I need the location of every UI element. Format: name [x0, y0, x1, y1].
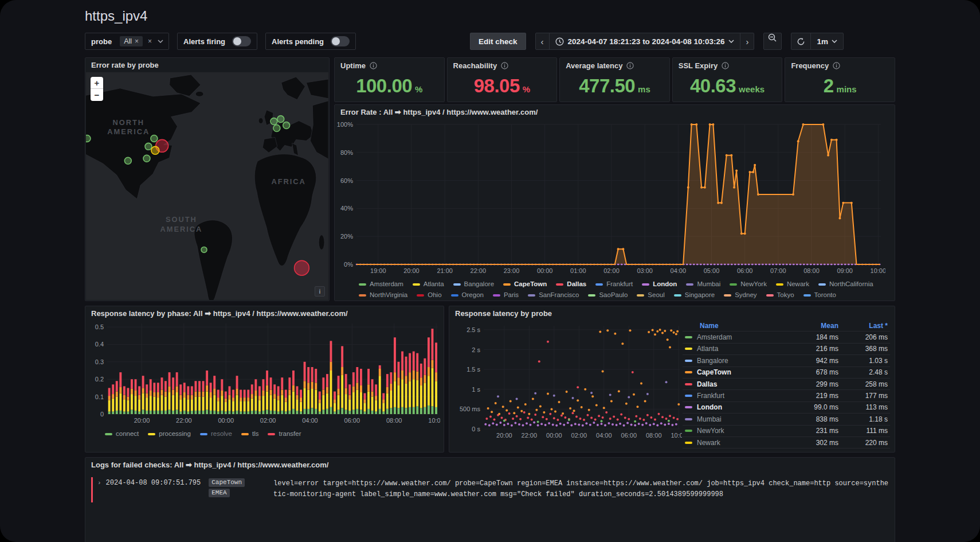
probe-marker[interactable]	[277, 116, 284, 123]
info-icon[interactable]	[833, 62, 840, 69]
time-shift-back-button[interactable]: ‹	[536, 33, 550, 49]
svg-text:02:00: 02:00	[260, 417, 276, 424]
stat-value: 98.05%	[448, 73, 557, 99]
legend-item-seoul[interactable]: Seoul	[637, 290, 664, 300]
probe-marker[interactable]	[151, 146, 159, 154]
svg-text:0: 0	[100, 411, 104, 418]
latency-row-newark[interactable]: Newark302 ms220 ms	[683, 437, 890, 449]
latency-row-amsterdam[interactable]: Amsterdam184 ms206 ms	[683, 332, 890, 343]
col-name[interactable]: Name	[685, 322, 789, 330]
edit-check-button[interactable]: Edit check	[470, 33, 526, 50]
col-mean[interactable]: Mean	[789, 322, 838, 330]
world-map[interactable]: + −	[86, 72, 328, 300]
legend-item-atlanta[interactable]: Atlanta	[413, 279, 444, 289]
legend-item-tls[interactable]: tls	[241, 429, 259, 439]
alerts-firing-toggle[interactable]	[232, 36, 251, 46]
probe-marker[interactable]	[283, 122, 290, 129]
svg-text:06:00: 06:00	[621, 432, 637, 439]
info-icon[interactable]	[722, 62, 729, 69]
latency-row-capetown[interactable]: CapeTown678 ms2.48 s	[683, 367, 890, 379]
legend-item-mumbai[interactable]: Mumbai	[686, 279, 720, 289]
probe-marker[interactable]	[143, 155, 150, 162]
latency-by-probe-chart[interactable]: 0 s500 ms1 s1.5 s2 s2.5 s20:0022:0000:00…	[454, 320, 682, 442]
svg-text:20%: 20%	[340, 233, 353, 240]
legend-item-saopaulo[interactable]: SaoPaulo	[588, 290, 628, 300]
log-entry[interactable]: › 2024-04-08 09:07:51.795 CapeTownEMEA l…	[91, 477, 889, 502]
latency-row-newyork[interactable]: NewYork231 ms111 ms	[683, 426, 890, 437]
latency-row-mumbai[interactable]: Mumbai838 ms1.18 s	[683, 414, 890, 425]
legend-item-northcalifornia[interactable]: NorthCalifornia	[818, 279, 873, 289]
col-last[interactable]: Last *	[838, 322, 888, 330]
probe-filter-chip[interactable]: All ×	[120, 36, 143, 46]
probe-marker[interactable]	[271, 118, 277, 125]
chip-remove-icon[interactable]: ×	[135, 37, 139, 45]
svg-text:60%: 60%	[340, 177, 353, 184]
probe-marker[interactable]	[151, 135, 158, 142]
svg-text:23:00: 23:00	[504, 267, 520, 274]
log-expand-icon[interactable]: ›	[97, 478, 101, 488]
svg-text:02:00: 02:00	[603, 267, 620, 274]
svg-text:05:00: 05:00	[704, 267, 720, 274]
chevron-down-icon[interactable]	[155, 40, 168, 43]
legend-item-singapore[interactable]: Singapore	[674, 290, 715, 300]
svg-text:06:00: 06:00	[344, 417, 360, 424]
legend-item-connect[interactable]: connect	[105, 429, 139, 439]
legend-item-tokyo[interactable]: Tokyo	[766, 290, 794, 300]
time-shift-forward-button[interactable]: ›	[740, 33, 754, 49]
legend-item-bangalore[interactable]: Bangalore	[453, 279, 494, 289]
svg-text:0.1: 0.1	[95, 393, 104, 400]
alerts-pending-toggle[interactable]	[331, 36, 350, 46]
probe-marker[interactable]	[145, 143, 152, 150]
zoom-out-time-button[interactable]	[763, 33, 782, 50]
legend-item-amsterdam[interactable]: Amsterdam	[359, 279, 403, 289]
info-icon[interactable]	[501, 62, 508, 69]
legend-item-northvirginia[interactable]: NorthVirginia	[359, 290, 407, 300]
legend-item-newark[interactable]: Newark	[776, 279, 809, 289]
legend-item-capetown[interactable]: CapeTown	[503, 279, 547, 289]
probe-marker[interactable]	[201, 247, 207, 252]
refresh-interval-dropdown[interactable]: 1m	[811, 33, 843, 49]
map-zoom-out-button[interactable]: −	[91, 89, 103, 101]
latency-row-frankfurt[interactable]: Frankfurt219 ms177 ms	[683, 390, 890, 401]
time-range-button[interactable]: 2024-04-07 18:21:23 to 2024-04-08 10:03:…	[550, 33, 740, 49]
map-attribution-icon[interactable]: i	[315, 286, 325, 297]
svg-text:1 s: 1 s	[472, 386, 480, 393]
latency-row-dallas[interactable]: Dallas299 ms258 ms	[683, 379, 890, 390]
probe-marker[interactable]	[86, 135, 91, 142]
legend-item-newyork[interactable]: NewYork	[730, 279, 767, 289]
legend-item-toronto[interactable]: Toronto	[803, 290, 836, 300]
legend-item-sydney[interactable]: Sydney	[724, 290, 756, 300]
legend-item-paris[interactable]: Paris	[493, 290, 519, 300]
probe-filter-label: probe	[85, 37, 117, 46]
stat-label: Average latency	[566, 61, 664, 70]
legend-item-resolve[interactable]: resolve	[200, 429, 232, 439]
info-icon[interactable]	[626, 62, 634, 69]
log-badge: EMEA	[209, 489, 229, 497]
legend-item-transfer[interactable]: transfer	[268, 429, 301, 439]
legend-item-oregon[interactable]: Oregon	[451, 290, 484, 300]
legend-item-london[interactable]: London	[642, 279, 677, 289]
filter-row: probe All × × Alerts firing Alerts pendi…	[85, 33, 356, 50]
panel-title: Error rate by probe	[85, 58, 329, 71]
probe-marker[interactable]	[124, 157, 131, 164]
probe-filter[interactable]: probe All × ×	[85, 33, 169, 50]
info-icon[interactable]	[370, 62, 377, 69]
latency-by-phase-chart[interactable]: 00.10.20.30.40.520:0022:0000:0002:0004:0…	[90, 319, 440, 426]
filter-clear-icon[interactable]: ×	[145, 37, 155, 45]
latency-row-london[interactable]: London99.0 ms113 ms	[683, 402, 890, 414]
legend-item-dallas[interactable]: Dallas	[556, 279, 586, 289]
map-zoom-in-button[interactable]: +	[91, 77, 103, 89]
svg-text:03:00: 03:00	[637, 267, 653, 274]
legend-item-sanfrancisco[interactable]: SanFrancisco	[528, 290, 579, 300]
probe-marker[interactable]	[295, 260, 309, 275]
svg-text:08:00: 08:00	[386, 417, 402, 424]
legend-item-processing[interactable]: processing	[148, 429, 191, 439]
legend-item-frankfurt[interactable]: Frankfurt	[595, 279, 633, 289]
legend-item-ohio[interactable]: Ohio	[417, 290, 441, 300]
stat-frequency: Frequency2mins	[785, 57, 895, 102]
latency-row-atlanta[interactable]: Atlanta216 ms368 ms	[683, 344, 890, 355]
probe-marker[interactable]	[273, 125, 280, 132]
latency-row-bangalore[interactable]: Bangalore942 ms1.03 s	[683, 355, 890, 366]
error-rate-chart[interactable]: 0%20%40%60%80%100%19:0020:0021:0022:0023…	[335, 118, 885, 276]
refresh-button[interactable]	[791, 33, 811, 49]
